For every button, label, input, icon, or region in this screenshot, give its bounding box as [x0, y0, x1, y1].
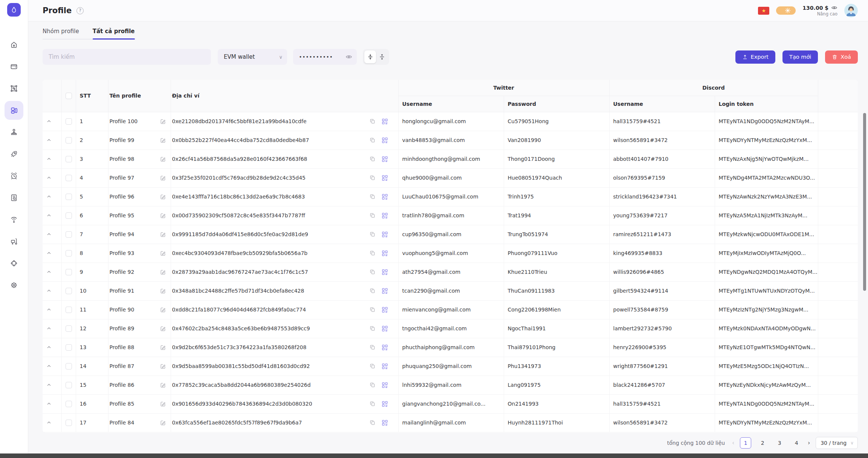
row-collapse-chevron[interactable]: [46, 213, 61, 218]
copy-address-icon[interactable]: [370, 307, 376, 313]
row-checkbox[interactable]: [66, 382, 72, 388]
row-collapse-chevron[interactable]: [46, 137, 61, 143]
edit-profile-icon[interactable]: [160, 212, 166, 219]
next-page-icon[interactable]: ›: [808, 440, 810, 446]
edit-profile-icon[interactable]: [160, 382, 166, 388]
tab-profile-groups[interactable]: Nhóm profile: [43, 28, 79, 39]
row-collapse-chevron[interactable]: [46, 345, 61, 350]
create-new-button[interactable]: Tạo mới: [782, 50, 818, 64]
page-button[interactable]: 2: [757, 437, 768, 449]
balance-plan-label[interactable]: Nâng cao: [817, 11, 837, 17]
sidebar-item-wallet[interactable]: [5, 56, 23, 78]
qr-code-icon[interactable]: [382, 156, 388, 162]
page-size-select[interactable]: 30 / trang ∨: [816, 437, 858, 449]
collapse-rows-button[interactable]: [364, 50, 376, 63]
edit-profile-icon[interactable]: [160, 344, 166, 351]
sidebar-item-schedule[interactable]: [5, 165, 23, 187]
row-collapse-chevron[interactable]: [46, 250, 61, 256]
edit-profile-icon[interactable]: [160, 175, 166, 181]
qr-code-icon[interactable]: [382, 213, 388, 218]
sidebar-item-resources[interactable]: [5, 231, 23, 252]
table-scrollbar[interactable]: [863, 113, 866, 291]
row-checkbox[interactable]: [66, 156, 72, 162]
row-collapse-chevron[interactable]: [46, 401, 61, 406]
copy-address-icon[interactable]: [370, 269, 376, 275]
row-checkbox[interactable]: [66, 212, 72, 219]
row-checkbox[interactable]: [66, 401, 72, 407]
qr-code-icon[interactable]: [382, 401, 388, 407]
copy-address-icon[interactable]: [370, 156, 376, 162]
copy-address-icon[interactable]: [370, 363, 376, 369]
row-checkbox[interactable]: [66, 363, 72, 369]
language-flag-icon[interactable]: ★: [758, 7, 769, 15]
edit-profile-icon[interactable]: [160, 118, 166, 125]
row-collapse-chevron[interactable]: [46, 363, 61, 369]
edit-profile-icon[interactable]: [160, 137, 166, 144]
row-checkbox[interactable]: [66, 288, 72, 294]
edit-profile-icon[interactable]: [160, 269, 166, 275]
copy-address-icon[interactable]: [370, 175, 376, 181]
edit-profile-icon[interactable]: [160, 231, 166, 238]
row-checkbox[interactable]: [66, 194, 72, 200]
row-collapse-chevron[interactable]: [46, 175, 61, 180]
row-collapse-chevron[interactable]: [46, 269, 61, 275]
qr-code-icon[interactable]: [382, 307, 388, 313]
qr-code-icon[interactable]: [382, 232, 388, 237]
edit-profile-icon[interactable]: [160, 288, 166, 294]
qr-code-icon[interactable]: [382, 345, 388, 350]
row-collapse-chevron[interactable]: [46, 326, 61, 331]
copy-address-icon[interactable]: [370, 420, 376, 426]
row-collapse-chevron[interactable]: [46, 232, 61, 237]
copy-address-icon[interactable]: [370, 325, 376, 331]
row-collapse-chevron[interactable]: [46, 382, 61, 388]
row-checkbox[interactable]: [66, 307, 72, 313]
edit-profile-icon[interactable]: [160, 420, 166, 426]
row-checkbox[interactable]: [66, 175, 72, 181]
sidebar-item-proxy[interactable]: [5, 209, 23, 231]
row-checkbox[interactable]: [66, 269, 72, 275]
row-checkbox[interactable]: [66, 420, 72, 426]
row-collapse-chevron[interactable]: [46, 307, 61, 312]
qr-code-icon[interactable]: [382, 288, 388, 294]
delete-button[interactable]: Xoá: [825, 50, 858, 64]
row-checkbox[interactable]: [66, 231, 72, 238]
copy-address-icon[interactable]: [370, 137, 376, 143]
edit-profile-icon[interactable]: [160, 156, 166, 162]
qr-code-icon[interactable]: [382, 363, 388, 369]
qr-code-icon[interactable]: [382, 269, 388, 275]
row-checkbox[interactable]: [66, 250, 72, 256]
edit-profile-icon[interactable]: [160, 325, 166, 332]
copy-address-icon[interactable]: [370, 212, 376, 218]
qr-code-icon[interactable]: [382, 175, 388, 181]
sidebar-item-automation[interactable]: [5, 252, 23, 274]
qr-code-icon[interactable]: [382, 420, 388, 426]
select-all-checkbox[interactable]: [66, 93, 72, 99]
page-button[interactable]: 4: [791, 437, 802, 449]
row-checkbox[interactable]: [66, 137, 72, 144]
sidebar-item-logs[interactable]: [5, 187, 23, 209]
qr-code-icon[interactable]: [382, 137, 388, 143]
copy-address-icon[interactable]: [370, 231, 376, 237]
qr-code-icon[interactable]: [382, 194, 388, 200]
export-button[interactable]: Export: [735, 50, 775, 64]
edit-profile-icon[interactable]: [160, 307, 166, 313]
password-eye-icon[interactable]: [345, 53, 352, 60]
edit-profile-icon[interactable]: [160, 194, 166, 200]
app-logo[interactable]: [7, 3, 21, 17]
row-checkbox[interactable]: [66, 325, 72, 332]
page-button[interactable]: 3: [774, 437, 785, 449]
row-collapse-chevron[interactable]: [46, 156, 61, 162]
eye-icon[interactable]: [831, 5, 837, 11]
search-input[interactable]: [43, 49, 211, 65]
row-collapse-chevron[interactable]: [46, 119, 61, 124]
copy-address-icon[interactable]: [370, 250, 376, 256]
copy-address-icon[interactable]: [370, 382, 376, 388]
row-checkbox[interactable]: [66, 118, 72, 125]
sidebar-item-settings[interactable]: [5, 274, 23, 296]
password-field[interactable]: ••••••••••: [293, 49, 357, 65]
qr-code-icon[interactable]: [382, 250, 388, 256]
sidebar-item-capture[interactable]: [5, 78, 23, 99]
qr-code-icon[interactable]: [382, 119, 388, 124]
sidebar-item-network[interactable]: [5, 121, 23, 143]
avatar[interactable]: [844, 4, 858, 17]
